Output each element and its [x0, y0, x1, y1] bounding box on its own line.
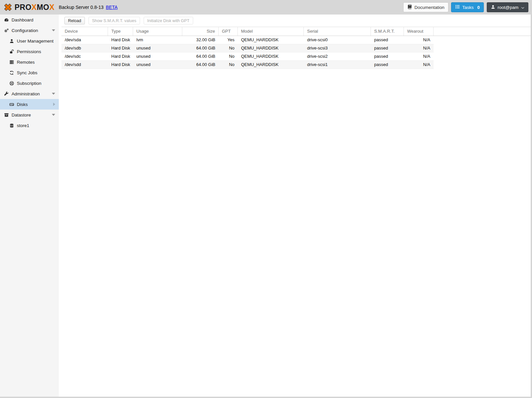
column-header-model[interactable]: Model — [238, 27, 304, 36]
column-header-filler — [434, 27, 531, 36]
sidebar-item-label: Disks — [17, 102, 28, 107]
disks-table: Device Type Usage Size GPT Model Serial … — [61, 27, 531, 69]
cell-serial: drive-scsi3 — [304, 44, 371, 52]
sidebar-item-sync-jobs[interactable]: Sync Jobs — [0, 67, 59, 78]
user-label: root@pam — [498, 5, 518, 10]
task-list-icon — [455, 4, 460, 10]
cell-device: /dev/sda — [61, 36, 108, 44]
cell-size: 64.00 GiB — [182, 61, 219, 69]
gears-icon — [4, 28, 9, 33]
cell-size: 64.00 GiB — [182, 52, 219, 60]
cell-wearout: N/A — [404, 52, 434, 60]
cell-type: Hard Disk — [108, 44, 133, 52]
cell-wearout: N/A — [404, 44, 434, 52]
cell-serial: drive-scsi0 — [304, 36, 371, 44]
sidebar-item-label: Configuration — [12, 28, 38, 33]
cell-wearout: N/A — [404, 61, 434, 69]
cell-gpt: Yes — [219, 36, 238, 44]
table-body: /dev/sda Hard Disk lvm 32.00 GiB Yes QEM… — [61, 36, 434, 69]
table-row-sdd[interactable]: /dev/sdd Hard Disk unused 64.00 GiB No Q… — [61, 61, 434, 69]
cell-model: QEMU_HARDDISK — [238, 52, 304, 60]
chevron-down-icon — [521, 5, 524, 10]
column-header-smart[interactable]: S.M.A.R.T. — [371, 27, 404, 36]
table-header: Device Type Usage Size GPT Model Serial … — [61, 27, 531, 36]
tasks-button[interactable]: Tasks 0 — [451, 2, 484, 12]
proxmox-logo: PROXMOX — [3, 2, 54, 12]
sidebar-item-datastore[interactable]: Datastore — [0, 110, 59, 120]
sidebar-item-label: Permissions — [17, 49, 41, 54]
beta-link[interactable]: BETA — [106, 5, 118, 10]
expand-arrow-icon[interactable] — [53, 103, 55, 106]
toolbar: Reload Show S.M.A.R.T. values Initialize… — [61, 15, 531, 27]
column-header-device[interactable]: Device — [61, 27, 108, 36]
tasks-count-badge: 0 — [477, 5, 480, 10]
wrench-icon — [4, 91, 9, 96]
proxmox-x-icon — [3, 2, 13, 12]
sidebar-item-label: Subscription — [17, 81, 41, 86]
cell-type: Hard Disk — [108, 52, 133, 60]
user-icon — [491, 5, 495, 10]
cell-gpt: No — [219, 52, 238, 60]
sidebar-item-dashboard[interactable]: Dashboard — [0, 15, 59, 25]
table-row-sdb[interactable]: /dev/sdb Hard Disk unused 64.00 GiB No Q… — [61, 44, 434, 52]
documentation-label: Documentation — [414, 5, 444, 10]
main-panel: Reload Show S.M.A.R.T. values Initialize… — [59, 15, 531, 397]
sidebar-item-label: store1 — [17, 123, 29, 128]
reload-button[interactable]: Reload — [64, 17, 85, 24]
cell-type: Hard Disk — [108, 61, 133, 69]
collapse-arrow-icon[interactable] — [52, 114, 55, 116]
sidebar-item-user-management[interactable]: User Management — [0, 36, 59, 46]
cell-serial: drive-scsi1 — [304, 61, 371, 69]
collapse-arrow-icon[interactable] — [52, 93, 55, 95]
column-header-serial[interactable]: Serial — [304, 27, 371, 36]
sidebar-item-label: Sync Jobs — [17, 70, 37, 75]
database-icon — [9, 123, 14, 128]
sidebar-item-label: Remotes — [17, 60, 35, 65]
column-header-gpt[interactable]: GPT — [219, 27, 238, 36]
column-header-size[interactable]: Size — [182, 27, 219, 36]
cell-usage: unused — [133, 52, 182, 60]
init-gpt-button[interactable]: Initialize Disk with GPT — [144, 17, 193, 24]
sidebar-item-label: User Management — [17, 39, 53, 44]
cell-serial: drive-scsi2 — [304, 52, 371, 60]
table-row-sda[interactable]: /dev/sda Hard Disk lvm 32.00 GiB Yes QEM… — [61, 36, 434, 44]
cell-smart: passed — [371, 61, 404, 69]
table-row-sdc[interactable]: /dev/sdc Hard Disk unused 64.00 GiB No Q… — [61, 52, 434, 61]
cell-smart: passed — [371, 52, 404, 60]
cell-wearout: N/A — [404, 36, 434, 44]
cell-device: /dev/sdd — [61, 61, 108, 69]
column-header-usage[interactable]: Usage — [133, 27, 182, 36]
sidebar-item-label: Administration — [12, 91, 40, 96]
book-icon — [407, 4, 412, 10]
unlock-icon — [9, 49, 14, 54]
server-icon — [9, 60, 14, 65]
cell-size: 32.00 GiB — [182, 36, 219, 44]
cell-usage: unused — [133, 44, 182, 52]
sidebar-item-administration[interactable]: Administration — [0, 88, 59, 99]
column-header-wearout[interactable]: Wearout — [404, 27, 434, 36]
cell-model: QEMU_HARDDISK — [238, 44, 304, 52]
sidebar-item-permissions[interactable]: Permissions — [0, 46, 59, 57]
sidebar-item-store1[interactable]: store1 — [0, 120, 59, 131]
cell-model: QEMU_HARDDISK — [238, 61, 304, 69]
app-title: Backup Server 0.8-13 — [59, 5, 103, 10]
user-icon — [9, 39, 14, 44]
cell-device: /dev/sdc — [61, 52, 108, 60]
collapse-arrow-icon[interactable] — [52, 29, 55, 31]
life-ring-icon — [9, 81, 14, 86]
sync-icon — [9, 70, 14, 75]
documentation-button[interactable]: Documentation — [403, 2, 448, 12]
sidebar-item-disks[interactable]: Disks — [0, 99, 59, 110]
sidebar-item-remotes[interactable]: Remotes — [0, 57, 59, 67]
sidebar-item-subscription[interactable]: Subscription — [0, 78, 59, 88]
cell-smart: passed — [371, 44, 404, 52]
proxmox-backup-app: PROXMOX Backup Server 0.8-13 BETA Docume… — [0, 0, 532, 398]
user-menu-button[interactable]: root@pam — [487, 2, 528, 12]
column-header-type[interactable]: Type — [108, 27, 133, 36]
cell-smart: passed — [371, 36, 404, 44]
show-smart-button[interactable]: Show S.M.A.R.T. values — [89, 17, 140, 24]
cell-size: 64.00 GiB — [182, 44, 219, 52]
cell-usage: unused — [133, 61, 182, 69]
sidebar-item-configuration[interactable]: Configuration — [0, 25, 59, 36]
sidebar-item-label: Datastore — [12, 113, 31, 117]
